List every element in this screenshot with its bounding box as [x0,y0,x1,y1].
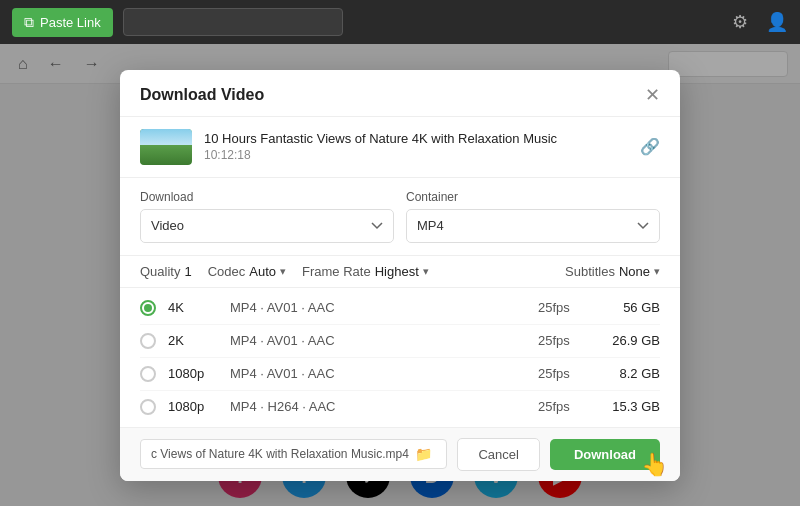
radio-button[interactable] [140,333,156,349]
paste-link-button[interactable]: ⧉ Paste Link [12,8,113,37]
video-details: 10 Hours Fantastic Views of Nature 4K wi… [204,131,557,162]
codec-chevron-icon: ▾ [280,265,286,278]
codec-value: Auto [249,264,276,279]
framerate-label: Frame Rate [302,264,371,279]
cursor-icon: 👆 [641,452,668,478]
video-duration: 10:12:18 [204,148,557,162]
paste-link-label: Paste Link [40,15,101,30]
video-thumbnail [140,129,192,165]
dialog-footer: c Views of Nature 4K with Relaxation Mus… [120,428,680,481]
framerate-value: Highest [375,264,419,279]
filename-text: c Views of Nature 4K with Relaxation Mus… [151,447,409,461]
quality-size: 8.2 GB [600,366,660,381]
container-select[interactable]: MP4 MKV MOV [406,209,660,243]
quality-size: 15.3 GB [600,399,660,414]
quality-size: 56 GB [600,300,660,315]
download-select-group: Download Video Audio [140,190,394,243]
subtitles-value: None [619,264,650,279]
codec-label: Codec [208,264,246,279]
quality-label: Quality [140,264,180,279]
quality-name: 1080p [168,366,218,381]
paste-icon: ⧉ [24,14,34,31]
quality-codec: MP4 · H264 · AAC [230,399,526,414]
dialog-title: Download Video [140,86,264,104]
framerate-option[interactable]: Frame Rate Highest ▾ [302,264,429,279]
quality-codec: MP4 · AV01 · AAC [230,366,526,381]
quality-row[interactable]: 1080pMP4 · H264 · AAC25fps15.3 GB [140,391,660,423]
container-select-group: Container MP4 MKV MOV [406,190,660,243]
download-dialog: Download Video ✕ 10 Hours Fantastic View… [120,70,680,481]
subtitles-option[interactable]: Subtitles None ▾ [565,264,660,279]
cancel-button[interactable]: Cancel [457,438,539,471]
download-select[interactable]: Video Audio [140,209,394,243]
radio-dot [144,304,152,312]
quality-fps: 25fps [538,300,588,315]
quality-fps: 25fps [538,333,588,348]
container-label: Container [406,190,660,204]
filename-box: c Views of Nature 4K with Relaxation Mus… [140,439,447,469]
subtitles-label: Subtitles [565,264,615,279]
settings-icon[interactable]: ⚙ [732,11,748,33]
radio-button[interactable] [140,399,156,415]
framerate-chevron-icon: ▾ [423,265,429,278]
top-bar: ⧉ Paste Link ⚙ 👤 [0,0,800,44]
quality-size: 26.9 GB [600,333,660,348]
video-info: 10 Hours Fantastic Views of Nature 4K wi… [120,117,680,178]
quality-option: Quality 1 [140,264,192,279]
download-button-label: Download [574,447,636,462]
quality-row[interactable]: 4KMP4 · AV01 · AAC25fps56 GB [140,292,660,325]
radio-button[interactable] [140,300,156,316]
download-label: Download [140,190,394,204]
video-link-icon[interactable]: 🔗 [640,137,660,156]
folder-icon[interactable]: 📁 [415,446,432,462]
download-button[interactable]: Download 👆 [550,439,660,470]
quality-name: 4K [168,300,218,315]
close-button[interactable]: ✕ [645,86,660,104]
quality-count: 1 [184,264,191,279]
video-title: 10 Hours Fantastic Views of Nature 4K wi… [204,131,557,146]
overlay: Download Video ✕ 10 Hours Fantastic View… [0,44,800,506]
quality-fps: 25fps [538,399,588,414]
quality-codec: MP4 · AV01 · AAC [230,333,526,348]
quality-row[interactable]: 2KMP4 · AV01 · AAC25fps26.9 GB [140,325,660,358]
subtitles-chevron-icon: ▾ [654,265,660,278]
quality-name: 1080p [168,399,218,414]
main-content: ⌂ ← → IT♪DV▶ Download Video ✕ 10 Hours F… [0,44,800,506]
quality-row[interactable]: 1080pMP4 · AV01 · AAC25fps8.2 GB [140,358,660,391]
options-row: Quality 1 Codec Auto ▾ Frame Rate Highes… [120,256,680,288]
dialog-header: Download Video ✕ [120,70,680,117]
url-input[interactable] [123,8,343,36]
quality-codec: MP4 · AV01 · AAC [230,300,526,315]
quality-name: 2K [168,333,218,348]
select-row: Download Video Audio Container MP4 MKV M… [120,178,680,256]
radio-button[interactable] [140,366,156,382]
quality-table: 4KMP4 · AV01 · AAC25fps56 GB2KMP4 · AV01… [120,288,680,428]
user-icon[interactable]: 👤 [766,11,788,33]
quality-fps: 25fps [538,366,588,381]
codec-option[interactable]: Codec Auto ▾ [208,264,286,279]
